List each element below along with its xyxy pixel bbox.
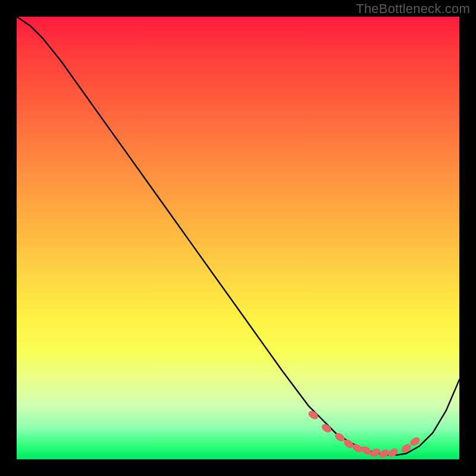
optimal-zone-markers-group: [307, 409, 422, 460]
optimal-marker: [369, 447, 382, 459]
curve-svg: [17, 17, 459, 459]
bottleneck-curve-path: [17, 17, 459, 455]
chart-frame: TheBottleneck.com: [0, 0, 476, 476]
watermark-text: TheBottleneck.com: [356, 1, 470, 17]
plot-area: [17, 17, 459, 459]
optimal-marker: [387, 447, 400, 459]
